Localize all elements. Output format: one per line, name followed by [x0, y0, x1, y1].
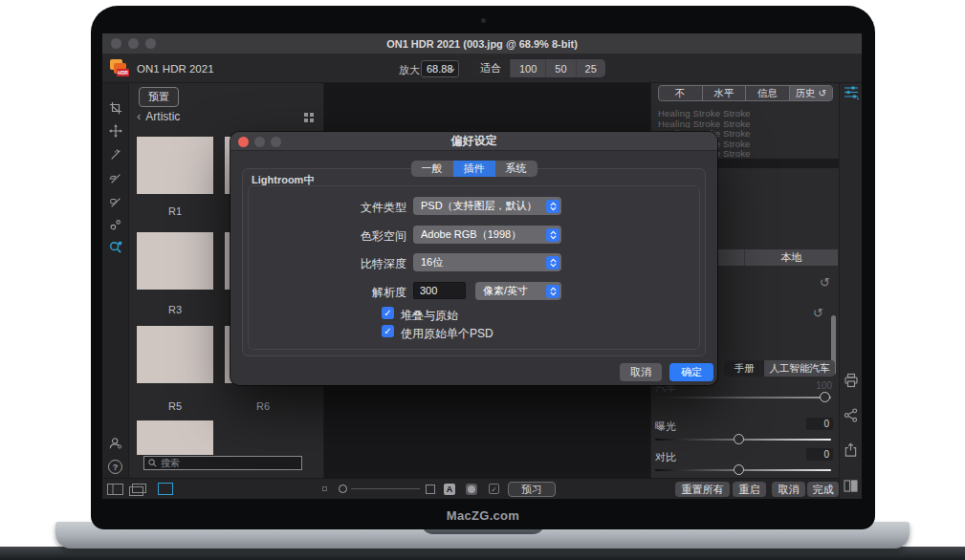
screen: ON1 HDR 2021 (003.jpg @ 68.9% 8-bit) HDR…	[102, 33, 862, 499]
preset-thumbnail[interactable]	[137, 326, 213, 383]
tab-system[interactable]: 系统	[495, 161, 537, 177]
reset-section-icon[interactable]: ↺	[820, 275, 830, 290]
resolution-unit-select[interactable]: 像素/英寸	[475, 282, 561, 300]
dialog-ok-button[interactable]: 确定	[669, 363, 713, 381]
checkbox-overlay-icon[interactable]: ✓	[489, 484, 499, 494]
tab-local[interactable]: 本地	[745, 249, 838, 266]
share-icon[interactable]	[844, 408, 858, 422]
browse-view-icon[interactable]	[107, 484, 123, 495]
slider-value-auto: 100	[816, 380, 832, 391]
text-overlay-icon[interactable]: A	[444, 484, 455, 495]
dialog-window-controls	[238, 137, 281, 147]
mask-dot	[468, 485, 475, 493]
preset-thumbnail[interactable]	[137, 137, 213, 194]
thumbnail-size-small-icon	[322, 486, 327, 491]
print-icon[interactable]	[844, 373, 859, 388]
app-name: ON1 HDR 2021	[137, 54, 214, 83]
dialog-zoom-button[interactable]	[271, 137, 281, 147]
zoom-window-button[interactable]	[145, 38, 156, 49]
slider-handle-contrast[interactable]	[734, 464, 744, 475]
cancel-button[interactable]: 取消	[772, 482, 805, 497]
crop-overlay-icon[interactable]	[426, 485, 435, 494]
tab-tone[interactable]: 不	[659, 86, 703, 100]
compare-view-icon[interactable]	[844, 480, 858, 492]
done-button[interactable]: 完成	[807, 482, 839, 497]
stepper-icon	[546, 256, 559, 269]
bit-depth-select[interactable]: 16位	[413, 253, 561, 271]
file-type-select[interactable]: PSD（支持图层，默认）	[413, 197, 561, 215]
dialog-cancel-button[interactable]: 取消	[620, 363, 662, 381]
move-tool-icon[interactable]	[108, 123, 123, 139]
user-account-icon[interactable]	[108, 436, 123, 451]
tab-level[interactable]: 水平	[703, 86, 747, 100]
single-view-icon[interactable]	[158, 483, 173, 495]
reset-all-button[interactable]: 重置所有	[675, 482, 730, 497]
zoom-50-button[interactable]: 50	[546, 59, 576, 77]
history-item[interactable]: Healing Stroke Stroke	[651, 108, 840, 118]
stepper-icon	[546, 228, 559, 242]
zoom-pan-tool-icon[interactable]	[108, 240, 123, 255]
preset-thumbnail[interactable]	[137, 232, 213, 290]
tab-manual[interactable]: 手册	[724, 360, 764, 377]
color-space-select[interactable]: Adobe RGB（1998）	[413, 226, 561, 244]
tab-info[interactable]: 信息	[746, 86, 790, 100]
tab-ai-auto[interactable]: 人工智能汽车	[764, 360, 835, 377]
dialog-tabs: 一般 插件 系统	[411, 161, 537, 177]
size-slider-handle[interactable]	[339, 485, 347, 493]
export-icon[interactable]	[844, 442, 858, 457]
zoom-fit-button[interactable]: 适合	[472, 59, 511, 77]
resolution-input[interactable]	[413, 282, 466, 299]
back-chevron-icon[interactable]: ‹	[137, 109, 141, 123]
breadcrumb[interactable]: ‹Artistic	[137, 109, 180, 123]
dialog-minimize-button[interactable]	[254, 137, 265, 147]
use-original-psd-checkbox[interactable]: ✓	[382, 325, 394, 337]
zoom-label: 放大	[399, 63, 420, 77]
retouch-brush-icon[interactable]	[108, 195, 123, 210]
slider-value-contrast[interactable]: 0	[806, 448, 833, 461]
search-input[interactable]	[143, 456, 302, 470]
zoom-25-button[interactable]: 25	[577, 59, 605, 77]
preview-button[interactable]: 预习	[508, 482, 556, 497]
mask-view-icon[interactable]	[466, 484, 477, 495]
tab-history[interactable]: 历史↺	[790, 86, 833, 100]
preset-thumbnail[interactable]	[137, 420, 213, 455]
presets-button[interactable]: 预置	[139, 87, 179, 107]
desk-surface	[0, 547, 965, 560]
stack-with-original-checkbox[interactable]: ✓	[382, 307, 394, 319]
grid-view-icon[interactable]	[304, 113, 315, 123]
minimize-window-button[interactable]	[128, 38, 139, 49]
clone-tool-icon[interactable]	[108, 217, 123, 232]
slider-value-exposure[interactable]: 0	[806, 418, 833, 430]
zoom-value-dropdown[interactable]: 68.88	[421, 60, 459, 77]
window-titlebar: ON1 HDR 2021 (003.jpg @ 68.9% 8-bit)	[102, 33, 862, 54]
app-logo-icon: HDR	[110, 59, 133, 78]
field-label-resolution: 解析度	[244, 285, 406, 301]
restart-button[interactable]: 重启	[733, 482, 766, 497]
size-slider-track[interactable]	[351, 488, 420, 489]
brush-tool-icon[interactable]	[108, 147, 123, 162]
search-icon	[148, 459, 157, 467]
zoom-100-button[interactable]: 100	[511, 59, 546, 77]
crop-tool-icon[interactable]	[108, 100, 123, 116]
stepper-icon	[546, 200, 559, 213]
slider-handle-exposure[interactable]	[734, 434, 744, 444]
slider-track-auto[interactable]	[655, 397, 831, 398]
webcam-dot	[481, 18, 486, 23]
history-item[interactable]: Healing Stroke Stroke	[651, 118, 840, 129]
thumbnail-photo	[137, 232, 213, 290]
help-icon[interactable]: ?	[108, 460, 122, 474]
masking-brush-icon[interactable]	[108, 171, 123, 186]
panel-tabs: 不 水平 信息 历史↺	[658, 85, 833, 101]
filmstrip-view-icon[interactable]	[129, 484, 146, 496]
stepper-icon	[546, 285, 559, 298]
tab-plugins[interactable]: 插件	[453, 161, 495, 177]
laptop-mockup: MacZG.com ON1 HDR 2021 (003.jpg @ 68.9% …	[0, 0, 965, 560]
dialog-close-button[interactable]	[238, 137, 249, 147]
close-window-button[interactable]	[111, 38, 121, 49]
reset-section-icon[interactable]: ↺	[813, 306, 823, 320]
slider-handle-auto[interactable]	[820, 392, 830, 402]
slider-label-contrast: 对比	[655, 450, 676, 464]
right-dock	[839, 83, 862, 499]
adjustments-icon[interactable]	[844, 84, 859, 99]
tab-general[interactable]: 一般	[411, 161, 453, 177]
